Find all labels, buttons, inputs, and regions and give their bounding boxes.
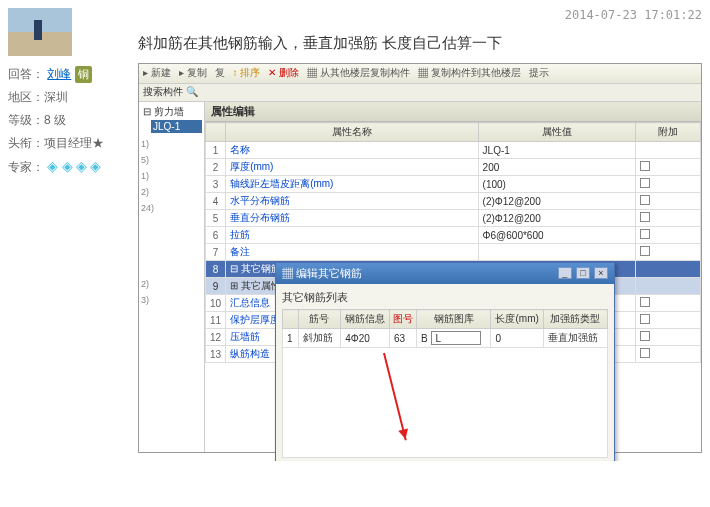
diamond-icon: ◈	[90, 158, 101, 174]
toolbar: ▸ 新建 ▸ 复制 复 ↕ 排序 ✕ 删除 ▦ 从其他楼层复制构件 ▦ 复制构件…	[139, 64, 701, 84]
min-icon[interactable]: _	[558, 267, 572, 279]
tree-root[interactable]: ⊟ 剪力墙	[141, 104, 202, 120]
timestamp: 2014-07-23 17:01:22	[138, 8, 702, 22]
table-row[interactable]: 1 斜加筋 4Φ20 63 B L 0 垂直加强筋	[283, 329, 608, 348]
tb-copyfrom[interactable]: ▦ 从其他楼层复制构件	[307, 66, 410, 81]
region-row: 地区：深圳	[8, 89, 138, 106]
tb-sort[interactable]: ↕ 排序	[233, 66, 261, 81]
diamond-icon: ◈	[76, 158, 87, 174]
tree-panel: ⊟ 剪力墙 JLQ-1 1) 5) 1) 2) 24) 2) 3)	[139, 102, 205, 452]
diamond-icon: ◈	[62, 158, 73, 174]
tb-copyto[interactable]: ▦ 复制构件到其他楼层	[418, 66, 521, 81]
prop-header: 属性编辑	[205, 102, 701, 122]
search-bar[interactable]: 搜索构件 🔍	[139, 84, 701, 102]
dialog-titlebar[interactable]: ▦ 编辑其它钢筋 _ □ ×	[276, 263, 614, 284]
diamond-icon: ◈	[47, 158, 58, 174]
max-icon[interactable]: □	[576, 267, 590, 279]
tb-dup[interactable]: 复	[215, 66, 225, 81]
user-badge: 铜	[75, 66, 92, 83]
edit-rebar-dialog: ▦ 编辑其它钢筋 _ □ × 其它钢筋列表	[275, 262, 615, 461]
title-row: 头衔：项目经理★	[8, 135, 138, 152]
tb-hint[interactable]: 提示	[529, 66, 549, 81]
tree-item-selected[interactable]: JLQ-1	[151, 120, 202, 133]
app-screenshot: ▸ 新建 ▸ 复制 复 ↕ 排序 ✕ 删除 ▦ 从其他楼层复制构件 ▦ 复制构件…	[138, 63, 702, 453]
close-icon[interactable]: ×	[594, 267, 608, 279]
answer-text: 斜加筋在其他钢筋输入，垂直加强筋 长度自己估算一下	[138, 34, 702, 53]
rebar-table: 筋号 钢筋信息 图号 钢筋图库 长度(mm) 加强筋类型 1 斜加筋	[282, 309, 608, 348]
tb-new[interactable]: ▸ 新建	[143, 66, 171, 81]
shape-input[interactable]: L	[431, 331, 481, 345]
answer-label: 回答： 刘峰 铜	[8, 66, 138, 83]
red-arrow	[383, 353, 407, 441]
tb-copy[interactable]: ▸ 复制	[179, 66, 207, 81]
avatar	[8, 8, 72, 56]
expert-row: 专家： ◈ ◈ ◈ ◈	[8, 158, 138, 176]
level-row: 等级：8 级	[8, 112, 138, 129]
tb-del[interactable]: ✕ 删除	[268, 66, 299, 81]
dialog-subtitle: 其它钢筋列表	[282, 290, 608, 305]
property-panel: 属性编辑 属性名称 属性值 附加 1名称JLQ-1 2厚度(mm)200 3轴线…	[205, 102, 701, 452]
user-link[interactable]: 刘峰	[47, 67, 71, 81]
